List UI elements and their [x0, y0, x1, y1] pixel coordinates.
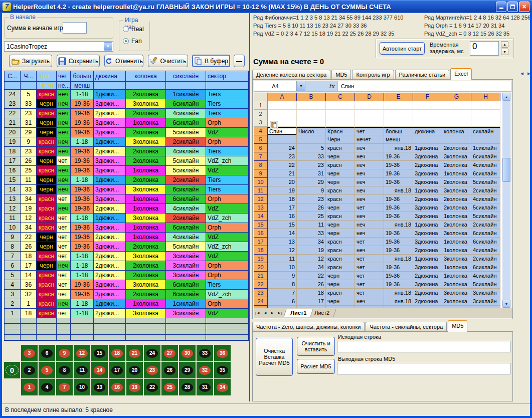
excel-cell[interactable]: 19-36 [384, 195, 413, 203]
excel-cell[interactable] [297, 118, 326, 127]
excel-cell[interactable]: колонка [442, 127, 471, 135]
md5-clear-paste-button[interactable]: Очистить и вставить [297, 337, 335, 356]
board-cell-34[interactable]: 34 [214, 379, 231, 395]
close-button[interactable]: × [519, 2, 529, 12]
excel-cell[interactable]: черн [326, 169, 355, 178]
excel-cell[interactable]: неч [355, 169, 384, 178]
excel-col-header-H[interactable]: H [471, 93, 500, 101]
excel-cell[interactable]: 1колонка [442, 238, 471, 246]
excel-row-header-18[interactable]: 18 [254, 246, 268, 255]
buffer-button[interactable]: В буфер [192, 55, 230, 67]
excel-cell[interactable] [326, 118, 355, 127]
excel-cell[interactable] [442, 110, 471, 118]
tab-scroll-right-icon[interactable]: ► [526, 71, 530, 76]
excel-cell[interactable]: 22 [297, 272, 326, 280]
excel-col-header-E[interactable]: E [384, 93, 413, 101]
casino-select[interactable]: 1CasinoTropez ▼ [4, 41, 113, 52]
excel-cell[interactable]: 29 [297, 178, 326, 186]
clear-button[interactable]: Очистить [148, 55, 188, 67]
excel-corner-cell[interactable] [254, 93, 268, 101]
excel-cell[interactable]: 3дюжина [413, 169, 442, 178]
excel-cell[interactable]: чет [355, 263, 384, 272]
minus-button[interactable]: — [234, 55, 245, 67]
excel-cell[interactable]: 3сиклайн [471, 297, 500, 306]
excel-cell[interactable]: 3дюжина [413, 203, 442, 212]
excel-row-header-12[interactable]: 12 [254, 195, 268, 203]
excel-cell[interactable] [413, 135, 442, 144]
excel-cell[interactable]: 2дюжина [413, 272, 442, 280]
excel-col-header-G[interactable]: G [442, 93, 471, 101]
excel-cell[interactable]: 31 [297, 169, 326, 178]
tab-scroll-arrows[interactable]: ◄► [519, 71, 530, 76]
delay-spin-down[interactable]: ▼ [501, 49, 508, 55]
md5-input-field[interactable] [337, 341, 510, 352]
excel-cell[interactable] [413, 110, 442, 118]
board-cell-31[interactable]: 31 [197, 379, 213, 395]
board-cell-1[interactable]: 1 [21, 379, 38, 395]
excel-cell[interactable]: 25 [297, 212, 326, 221]
undo-button[interactable]: Отменить [104, 55, 143, 67]
excel-cell[interactable] [297, 101, 326, 110]
delay-spin-up[interactable]: ▲ [501, 41, 508, 48]
excel-row-header-16[interactable]: 16 [254, 229, 268, 238]
excel-cell[interactable]: 17 [297, 297, 326, 306]
excel-col-header-B[interactable]: B [297, 93, 326, 101]
excel-cell[interactable] [268, 110, 297, 118]
excel-cell[interactable]: черн [326, 272, 355, 280]
excel-cell[interactable]: 2сиклайн [471, 186, 500, 195]
excel-cell[interactable]: черн [326, 221, 355, 229]
tab-Частота - сиклайны, сектора[interactable]: Частота - сиклайны, сектора [366, 322, 447, 332]
excel-row-header-15[interactable]: 15 [254, 221, 268, 229]
board-cell-11[interactable]: 11 [74, 362, 90, 378]
excel-cell[interactable]: 18 [268, 195, 297, 203]
excel-cell[interactable] [268, 135, 297, 144]
excel-cell[interactable]: 2сиклайн [471, 221, 500, 229]
sheet-last-icon[interactable]: ►| [277, 311, 282, 315]
excel-cell[interactable]: неч [355, 152, 384, 161]
scroll-up-icon[interactable]: ▲ [502, 93, 510, 101]
board-cell-21[interactable]: 21 [126, 345, 143, 361]
excel-col-header-D[interactable]: D [355, 93, 384, 101]
excel-row-header-7[interactable]: 7 [254, 152, 268, 161]
excel-cell[interactable]: чет [355, 289, 384, 297]
excel-cell[interactable]: 24 [268, 144, 297, 152]
excel-cell[interactable]: 3дюжина [413, 212, 442, 221]
paste-options-button[interactable] [270, 121, 278, 129]
board-cell-2[interactable]: 2 [21, 362, 38, 378]
excel-cell[interactable]: 12 [268, 246, 297, 255]
excel-cell[interactable]: неч [355, 229, 384, 238]
board-cell-29[interactable]: 29 [179, 362, 196, 378]
excel-cell[interactable]: 2сиклайн [471, 255, 500, 263]
board-cell-20[interactable]: 20 [126, 362, 143, 378]
excel-cell[interactable]: 3колонка [442, 229, 471, 238]
excel-cell[interactable]: неч [355, 161, 384, 169]
excel-cell[interactable]: 2дюжина [413, 246, 442, 255]
excel-row-header-9[interactable]: 9 [254, 169, 268, 178]
board-cell-9[interactable]: 9 [56, 345, 73, 361]
md5-big-button[interactable]: Очистка Вставка Расчет MD5 [256, 338, 293, 376]
excel-cell[interactable]: красн [326, 212, 355, 221]
excel-row-header-22[interactable]: 22 [254, 280, 268, 289]
tab-scroll-left-icon[interactable]: ◄ [519, 71, 526, 76]
board-cell-10[interactable]: 10 [74, 379, 90, 395]
excel-row-header-21[interactable]: 21 [254, 272, 268, 280]
excel-cell[interactable]: янв.18 [384, 289, 413, 297]
board-cell-3[interactable]: 3 [21, 345, 38, 361]
excel-cell[interactable]: 2колонка [442, 221, 471, 229]
board-cell-24[interactable]: 24 [144, 345, 160, 361]
excel-cell[interactable]: 3колонка [442, 255, 471, 263]
excel-cell[interactable]: 3дюжина [413, 263, 442, 272]
excel-cell[interactable]: 6сиклайн [471, 263, 500, 272]
excel-cell[interactable]: 3сиклайн [471, 289, 500, 297]
excel-cell[interactable]: 19-36 [384, 238, 413, 246]
excel-cell[interactable]: янв.18 [384, 186, 413, 195]
excel-cell[interactable] [442, 135, 471, 144]
excel-cell[interactable]: 1сиклайн [471, 144, 500, 152]
excel-cell[interactable] [413, 118, 442, 127]
excel-cell[interactable]: неч [355, 297, 384, 306]
excel-cell[interactable]: красн [326, 263, 355, 272]
excel-cell[interactable]: Красн [326, 127, 355, 135]
excel-cell[interactable] [471, 135, 500, 144]
excel-cell[interactable]: неч [355, 221, 384, 229]
excel-cell[interactable]: 1колонка [442, 263, 471, 272]
